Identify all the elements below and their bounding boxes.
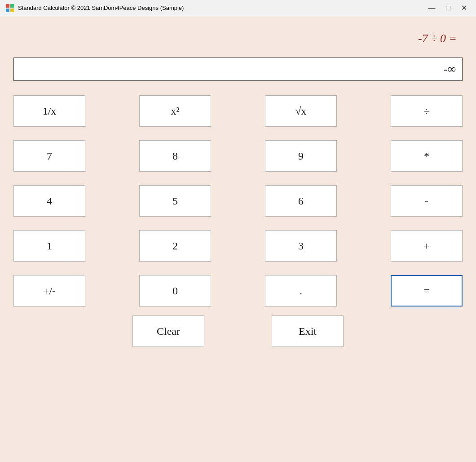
btn-4[interactable]: 4 (13, 185, 85, 217)
btn-9[interactable]: 9 (265, 140, 337, 172)
app-icon (5, 4, 14, 13)
btn-negate[interactable]: +/- (13, 275, 85, 307)
btn-multiply[interactable]: * (391, 140, 463, 172)
btn-subtract[interactable]: - (391, 185, 463, 217)
row-123: 1 2 3 + (13, 230, 463, 262)
minimize-button[interactable]: — (424, 3, 439, 13)
btn-sqrt[interactable]: √x (265, 95, 337, 127)
svg-rect-2 (6, 9, 9, 12)
row-456: 4 5 6 - (13, 185, 463, 217)
expression-display: -7 ÷ 0 = (13, 25, 463, 52)
btn-6[interactable]: 6 (265, 185, 337, 217)
btn-square[interactable]: x² (139, 95, 211, 127)
row-bottom-num: +/- 0 . = (13, 275, 463, 307)
svg-rect-3 (10, 9, 14, 12)
btn-8[interactable]: 8 (139, 140, 211, 172)
btn-exit[interactable]: Exit (272, 315, 344, 347)
btn-divide[interactable]: ÷ (391, 95, 463, 127)
result-text: -∞ (444, 62, 456, 76)
btn-decimal[interactable]: . (265, 275, 337, 307)
maximize-button[interactable]: □ (442, 3, 454, 13)
btn-7[interactable]: 7 (13, 140, 85, 172)
result-display: -∞ (13, 58, 463, 81)
btn-5[interactable]: 5 (139, 185, 211, 217)
buttons-area: 1/x x² √x ÷ 7 8 9 * 4 5 6 - 1 2 3 + +/- (13, 95, 463, 347)
btn-0[interactable]: 0 (139, 275, 211, 307)
btn-add[interactable]: + (391, 230, 463, 262)
btn-3[interactable]: 3 (265, 230, 337, 262)
row-789: 7 8 9 * (13, 140, 463, 172)
btn-reciprocal[interactable]: 1/x (13, 95, 85, 127)
btn-1[interactable]: 1 (13, 230, 85, 262)
title-bar-controls: — □ ✕ (424, 3, 471, 13)
btn-clear[interactable]: Clear (132, 315, 204, 347)
btn-equals[interactable]: = (391, 275, 463, 307)
title-bar-left: Standard Calculator © 2021 SamDom4Peace … (5, 4, 184, 13)
function-row: 1/x x² √x ÷ (13, 95, 463, 127)
btn-2[interactable]: 2 (139, 230, 211, 262)
bottom-row: Clear Exit (13, 315, 463, 347)
expression-text: -7 ÷ 0 = (418, 32, 457, 45)
calculator-body: -7 ÷ 0 = -∞ 1/x x² √x ÷ 7 8 9 * 4 5 6 - (0, 16, 476, 462)
svg-rect-0 (6, 4, 9, 8)
close-button[interactable]: ✕ (458, 3, 471, 13)
svg-rect-1 (10, 4, 14, 8)
title-bar: Standard Calculator © 2021 SamDom4Peace … (0, 0, 476, 16)
window-title: Standard Calculator © 2021 SamDom4Peace … (18, 4, 184, 11)
